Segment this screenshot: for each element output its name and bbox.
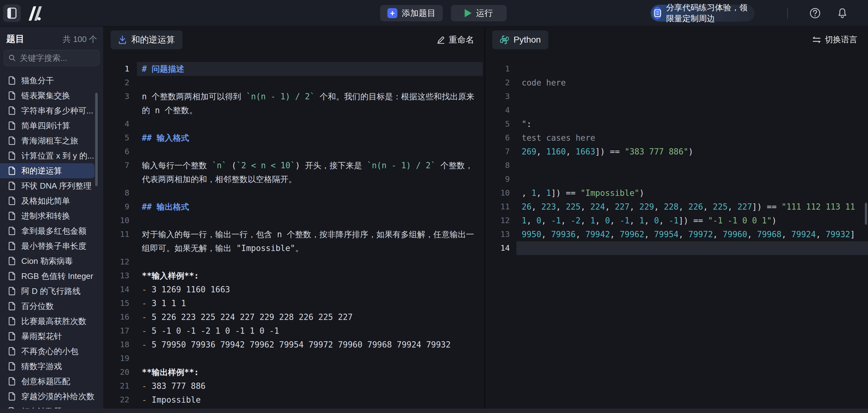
sidebar-item[interactable]: 比赛最高获胜次数 [0,314,103,329]
line-number: 5 [485,117,515,131]
sidebar-item-label: 计算位置 x 到 y 的... [21,150,94,161]
editor-line: 11对于输入的每一行，输出一行，包含 n 个整数，按非降序排序，如果有多组解，任… [104,228,483,255]
run-button[interactable]: 运行 [451,5,507,21]
line-content: - 5 226 223 225 224 227 229 228 226 225 … [137,310,483,324]
sidebar-item[interactable]: 拿到最多红包金额 [0,224,103,238]
line-number: 18 [104,338,134,352]
sidebar-item[interactable]: 百分位数 [0,299,103,314]
search-icon [8,54,16,62]
switch-language-label: 切换语言 [825,34,857,45]
line-number: 7 [485,145,515,158]
bottom-strip [0,409,868,413]
sidebar-item-label: 和的逆运算 [21,166,62,176]
line-number: 14 [485,241,515,255]
line-number: 1 [104,62,134,76]
sidebar-item[interactable]: 和的逆运算 [0,163,95,178]
doc-badge-icon [653,7,662,20]
line-number: 11 [485,200,515,214]
line-number: 8 [104,186,134,200]
bell-icon[interactable] [837,7,848,19]
pencil-icon [437,36,445,44]
sidebar-item[interactable]: 打卡计数题 [0,404,103,409]
line-content: 输入每行一个整数 `n` (`2 < n < 10`) 开头，接下来是 `n(n… [137,158,483,186]
code-editor[interactable]: 12code here345":6test cases here7269, 11… [485,55,868,409]
document-icon [8,272,16,281]
sidebar-item[interactable]: 简单四则计算 [0,118,103,133]
line-number: 6 [485,131,515,145]
play-icon [465,9,472,17]
sidebar-item[interactable]: 创意标题匹配 [0,374,103,389]
line-number: 22 [104,393,134,407]
sidebar-item[interactable]: 青海湖租车之旅 [0,133,103,148]
sidebar-item[interactable]: 暴雨梨花针 [0,329,103,344]
sidebar-item[interactable]: 链表聚集交换 [0,88,103,103]
code-panel: Python 切换语言 12code here345":6test cases … [484,27,868,409]
sidebar-item-label: 猜数字游戏 [21,361,62,372]
line-content [137,76,483,90]
sidebar-item[interactable]: Cion 勒索病毒 [0,254,103,269]
help-icon[interactable] [809,7,821,19]
editor-line: 20**输出样例**: [104,365,483,379]
sidebar-item[interactable]: 及格如此简单 [0,193,103,208]
sidebar-item-label: 青海湖租车之旅 [21,136,78,146]
problem-tab[interactable]: 和的逆运算 [111,30,183,49]
sidebar-item[interactable]: 环状 DNA 序列整理 [0,178,103,193]
editor-line: 10 [104,214,483,228]
line-content: # 问题描述 [137,62,483,76]
editor-line: 21- 383 777 886 [104,379,483,393]
editor-line: 16- 5 226 223 225 224 227 229 228 226 22… [104,310,483,324]
line-number: 12 [104,255,134,269]
line-number: 7 [104,158,134,172]
sidebar-toggle-button[interactable] [3,4,21,22]
line-content: ": [516,117,868,131]
topbar-divider [787,8,788,18]
share-banner[interactable]: 分享代码练习体验，领限量定制周边 [651,5,755,22]
line-content [516,241,868,255]
sidebar-item[interactable]: 最小替换子串长度 [0,238,103,254]
editor-line: 9 [485,172,868,186]
line-number: 21 [104,379,134,393]
sidebar-item[interactable]: 猫鱼分干 [0,73,103,88]
line-number: 10 [485,186,515,200]
editor-line: 6test cases here [485,131,868,145]
switch-language-button[interactable]: 切换语言 [812,34,857,45]
editor-line: 22- Impossible [104,393,483,407]
sidebar-item[interactable]: 不再贪心的小包 [0,344,103,359]
line-content: - Impossible [137,393,483,407]
vertical-scrollbar[interactable] [865,203,867,225]
line-content: , 1, 1]) == "Impossible") [516,186,868,200]
line-number: 2 [485,76,515,90]
line-content: code here [516,76,868,90]
share-banner-text: 分享代码练习体验，领限量定制周边 [666,2,755,24]
editor-line: 4 [104,117,483,131]
top-bar: + 添加题目 运行 分享代码练习体验，领限量定制周边 [0,0,868,26]
rename-button[interactable]: 重命名 [437,34,474,46]
editor-line: 18- 5 79950 79936 79942 79962 79954 7997… [104,338,483,352]
sidebar-item-label: 比赛最高获胜次数 [21,316,86,327]
language-tab[interactable]: Python [492,30,548,49]
line-content: **输入样例**: [137,269,483,283]
logo-mark[interactable] [26,6,45,21]
editor-line: 9## 输出格式 [104,200,483,214]
line-number: 8 [485,158,515,172]
language-tab-label: Python [514,35,541,45]
editor-line: 12 [104,255,483,269]
editor-line: 8 [104,186,483,200]
sidebar-item[interactable]: RGB 色值转 Integer [0,269,103,284]
sidebar-item[interactable]: 进制求和转换 [0,208,103,224]
line-content [516,90,868,104]
editor-line: 15- 3 1 1 1 [104,296,483,310]
sidebar-item[interactable]: 猜数字游戏 [0,359,103,374]
document-icon [8,377,16,386]
sidebar-item[interactable]: 阿 D 的飞行路线 [0,284,103,299]
document-icon [8,287,16,295]
sidebar-item[interactable]: 计算位置 x 到 y 的... [0,148,103,163]
markdown-editor[interactable]: 1# 问题描述23n 个整数两两相加可以得到 `n(n - 1) / 2` 个和… [104,55,483,409]
line-number: 9 [104,200,134,214]
search-input[interactable] [20,53,103,63]
sidebar-item-label: RGB 色值转 Integer [21,271,93,282]
sidebar-item[interactable]: 字符串有多少种可... [0,103,103,118]
sidebar-item[interactable]: 穿越沙漠的补给次数 [0,389,103,404]
add-problem-button[interactable]: + 添加题目 [380,5,443,21]
sidebar-scrollbar[interactable] [95,93,98,186]
